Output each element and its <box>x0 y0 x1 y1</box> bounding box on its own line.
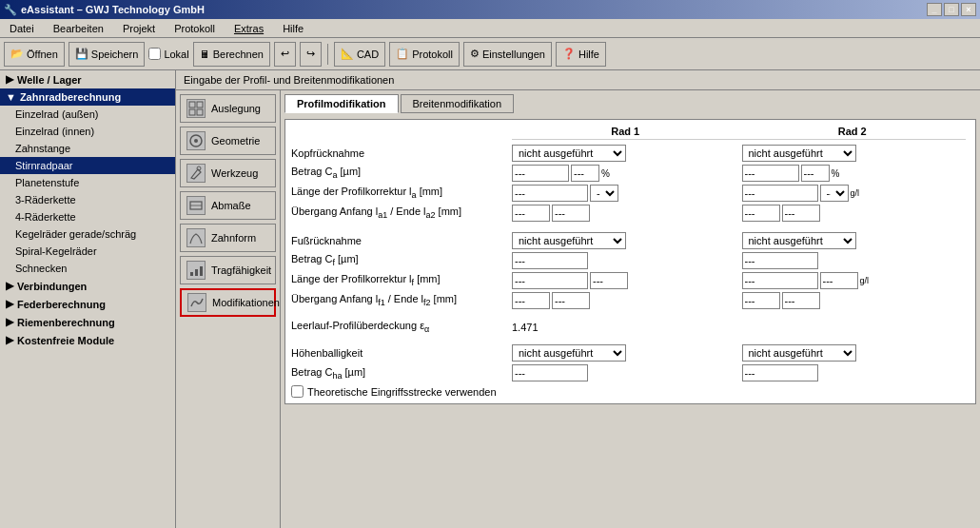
uebergang-f-rad1-input1[interactable] <box>512 292 550 309</box>
betrag-ca-rad2-input[interactable] <box>742 165 799 182</box>
uebergang-a-rad1-input1[interactable] <box>512 205 550 222</box>
sidebar-item-einzelrad-aussen[interactable]: Einzelrad (außen) <box>0 106 175 123</box>
triangle-icon-k: ▶ <box>6 334 13 346</box>
berechnen-button[interactable]: 🖩 Berechnen <box>193 42 270 67</box>
section-divider-3 <box>291 337 970 344</box>
uebergang-a-rad1-input2[interactable] <box>552 205 590 222</box>
redo-button[interactable]: ↪ <box>300 42 322 67</box>
label-zahnstange: Zahnstange <box>15 143 70 154</box>
menu-extras[interactable]: Extras <box>228 21 269 36</box>
row-fussruecknahme: Fußrücknahme nicht ausgeführt nicht ausg… <box>291 232 970 249</box>
close-button[interactable]: × <box>961 3 976 16</box>
btn-werkzeug[interactable]: Werkzeug <box>180 159 276 187</box>
sidebar-item-3raeder[interactable]: 3-Räderkette <box>0 191 175 208</box>
laenge-lf-rad2-extra[interactable] <box>820 272 858 289</box>
sidebar-item-schnecken[interactable]: Schnecken <box>0 260 175 277</box>
menu-projekt[interactable]: Projekt <box>117 21 161 36</box>
fussrueck-rad1-group: nicht ausgeführt <box>512 232 740 249</box>
label-feder: Federberechnung <box>17 299 106 310</box>
uebergang-f-rad1-input2[interactable] <box>552 292 590 309</box>
btn-tragfahigkeit[interactable]: Tragfähigkeit <box>180 256 276 284</box>
betrag-cha-rad2-input[interactable] <box>742 364 818 381</box>
hoehenball-rad1-group: nicht ausgeführt <box>512 344 740 362</box>
tab-breitenmodifikation[interactable]: Breitenmodifikation <box>401 94 515 113</box>
btn-zahnform[interactable]: Zahnform <box>180 224 276 252</box>
label-schnecken: Schnecken <box>15 263 67 274</box>
lokal-checkbox-group: Lokal <box>148 48 188 60</box>
sidebar-item-stirnradpaar[interactable]: Stirnradpaar <box>0 157 175 174</box>
laenge-la-rad1-input[interactable] <box>512 185 588 202</box>
betrag-ca-rad1-input[interactable] <box>512 165 569 182</box>
betrag-ca-rad2-extra[interactable] <box>801 165 830 182</box>
hoehenball-rad2-select[interactable]: nicht ausgeführt <box>742 344 856 362</box>
betrag-cf-rad1-group <box>512 252 740 269</box>
menu-hilfe[interactable]: Hilfe <box>277 21 309 36</box>
sidebar-item-welle-lager[interactable]: ▶ Welle / Lager <box>0 70 175 88</box>
berechnen-icon: 🖩 <box>200 49 210 60</box>
sidebar-item-riemen[interactable]: ▶ Riemenberechnung <box>0 313 175 331</box>
sidebar-item-kegelraeder[interactable]: Kegelräder gerade/schräg <box>0 225 175 243</box>
laenge-la-rad2-select[interactable]: --- <box>820 185 849 202</box>
fussrueck-rad2-select[interactable]: nicht ausgeführt <box>742 232 856 249</box>
label-verbindungen: Verbindungen <box>17 281 87 292</box>
sidebar-item-4raeder[interactable]: 4-Räderkette <box>0 208 175 225</box>
laenge-lf-rad2-input[interactable] <box>742 272 818 289</box>
content-header: Eingabe der Profil- und Breitenmodifikat… <box>176 70 980 90</box>
kopfrueck-rad1-select[interactable]: nicht ausgeführt <box>512 145 626 162</box>
row-leerlauf: Leerlauf-Profilüberdeckung εα 1.471 <box>291 320 970 334</box>
einstellungen-button[interactable]: ⚙ Einstellungen <box>463 42 552 67</box>
label-einzelrad-i: Einzelrad (innen) <box>15 126 94 137</box>
kopfrueck-rad2-select[interactable]: nicht ausgeführt <box>742 145 856 162</box>
betrag-ca-rad1-extra[interactable] <box>571 165 599 182</box>
hilfe-button[interactable]: ❓ Hilfe <box>556 42 606 67</box>
col-empty <box>291 126 512 140</box>
uebergang-f-rad2-input1[interactable] <box>742 292 780 309</box>
sidebar-item-feder[interactable]: ▶ Federberechnung <box>0 295 175 313</box>
menu-protokoll[interactable]: Protokoll <box>168 21 221 36</box>
cad-button[interactable]: 📐 CAD <box>334 42 385 67</box>
betrag-cha-rad1-input[interactable] <box>512 364 588 381</box>
svg-rect-2 <box>189 109 195 115</box>
btn-geometrie[interactable]: Geometrie <box>180 127 276 155</box>
sidebar-label-zahnrad: Zahnradberechnung <box>20 91 121 103</box>
minimize-button[interactable]: _ <box>927 3 942 16</box>
tab-profilmodifikation[interactable]: Profilmodifikation <box>284 94 399 113</box>
sidebar-item-planetenstufe[interactable]: Planetenstufe <box>0 174 175 191</box>
uebergang-f-rad2-input2[interactable] <box>782 292 820 309</box>
sidebar-item-kostenfreie[interactable]: ▶ Kostenfreie Module <box>0 331 175 349</box>
berechnen-label: Berechnen <box>213 49 264 60</box>
auslegung-icon <box>186 99 206 118</box>
menu-datei[interactable]: Datei <box>4 21 40 36</box>
maximize-button[interactable]: □ <box>944 3 959 16</box>
laenge-lf-rad1-input[interactable] <box>512 272 588 289</box>
menu-bearbeiten[interactable]: Bearbeiten <box>48 21 109 36</box>
laenge-lf-rad1-extra[interactable] <box>590 272 628 289</box>
sidebar-item-zahnrad[interactable]: ▼ Zahnradberechnung <box>0 88 175 106</box>
label-laenge-la: Länge der Profilkorrektur la [mm] <box>291 186 510 200</box>
save-button[interactable]: 💾 Speichern <box>69 42 146 67</box>
sidebar-item-verbindungen[interactable]: ▶ Verbindungen <box>0 277 175 295</box>
hilfe-icon: ❓ <box>562 48 576 60</box>
hoehenball-rad1-select[interactable]: nicht ausgeführt <box>512 344 626 362</box>
undo-button[interactable]: ↩ <box>274 42 296 67</box>
open-button[interactable]: 📂 Öffnen <box>4 42 65 67</box>
lokal-checkbox[interactable] <box>148 48 161 60</box>
sidebar-item-einzelrad-innen[interactable]: Einzelrad (innen) <box>0 123 175 140</box>
fussrueck-rad1-select[interactable]: nicht ausgeführt <box>512 232 626 249</box>
betrag-cf-rad2-input[interactable] <box>742 252 818 269</box>
btn-auslegung[interactable]: Auslegung <box>180 94 276 123</box>
betrag-cf-rad1-input[interactable] <box>512 252 588 269</box>
laenge-la-rad1-select[interactable]: --- <box>590 185 618 202</box>
btn-modifikationen[interactable]: Modifikationen <box>180 288 276 317</box>
btn-abmasse[interactable]: Abmaße <box>180 191 276 220</box>
triangle-down-icon: ▼ <box>6 91 16 103</box>
uebergang-a-rad2-input2[interactable] <box>782 205 820 222</box>
sidebar-item-spiral[interactable]: Spiral-Kegelräder <box>0 243 175 260</box>
protokoll-button[interactable]: 📋 Protokoll <box>389 42 460 67</box>
sidebar-item-zahnstange[interactable]: Zahnstange <box>0 140 175 157</box>
hilfe-label: Hilfe <box>578 49 599 60</box>
laenge-la-rad2-input[interactable] <box>742 185 818 202</box>
theoretisch-checkbox[interactable] <box>291 385 304 398</box>
label-kostenfreie: Kostenfreie Module <box>17 335 114 346</box>
uebergang-a-rad2-input1[interactable] <box>742 205 780 222</box>
